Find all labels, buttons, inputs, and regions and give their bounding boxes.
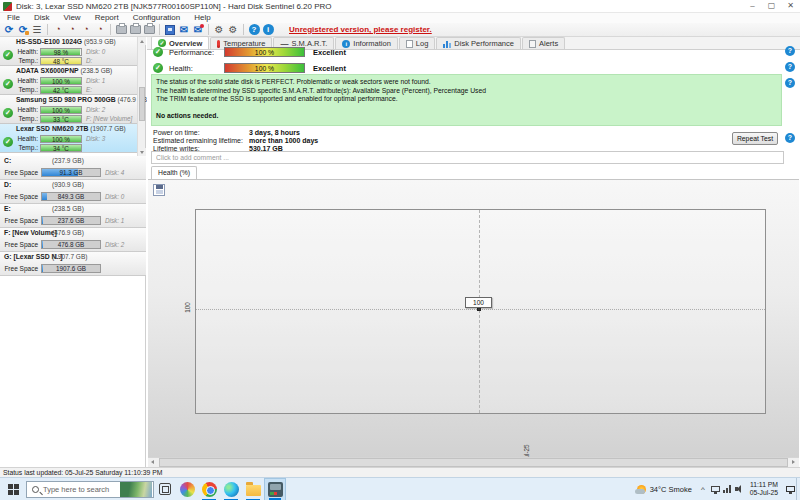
free-space-bar: 476.8 GB	[41, 240, 101, 249]
disk-item-3-selected[interactable]: Lexar SSD NM620 2TB (1907.7 GB) ✓ Health…	[0, 124, 145, 153]
no-actions-text: No actions needed.	[156, 112, 777, 121]
partition-size: (1907.7 GB)	[52, 253, 87, 260]
taskbar-weather[interactable]: 34°C Smoke	[633, 485, 696, 494]
disk-item-0[interactable]: HS-SSD-E100 1024G (953.9 GB) ✓ Health:98…	[0, 37, 145, 66]
scroll-down-icon[interactable]	[138, 148, 146, 156]
scroll-up-icon[interactable]	[138, 37, 146, 45]
partition-item-g[interactable]: G: [Lexar SSD N..] (1907.7 GB) Free Spac…	[0, 252, 146, 276]
repeat-test-button[interactable]: Repeat Test	[732, 132, 778, 145]
search-highlight-image[interactable]	[120, 482, 152, 497]
partition-name: F: [New Volume]	[4, 229, 57, 236]
detail-row-lifetime: Estimated remaining lifetime:more than 1…	[153, 137, 318, 145]
tab-disk-performance[interactable]: Disk Performance	[436, 37, 521, 49]
free-space-label: Free Space	[0, 169, 38, 176]
advanced-settings-icon[interactable]: ⚙	[226, 23, 240, 36]
scrollbar-thumb[interactable]	[159, 458, 788, 467]
taskbar-app-chrome[interactable]	[198, 478, 220, 500]
start-button[interactable]	[0, 478, 26, 500]
help-icon[interactable]: ?	[785, 46, 795, 56]
disk-item-2[interactable]: Samsung SSD 980 PRO 500GB (476.9 GB) ✓ H…	[0, 95, 145, 124]
email-alert-icon[interactable]: ✉	[191, 23, 205, 36]
partition-item-e[interactable]: E: (238.5 GB) Free Space237.6 GBDisk: 1	[0, 204, 146, 228]
notification-center-icon[interactable]	[784, 478, 796, 500]
save-chart-icon[interactable]	[153, 184, 165, 196]
windows-logo-icon	[8, 484, 19, 495]
partition-item-d[interactable]: D: (930.9 GB) Free Space849.3 GBDisk: 0	[0, 180, 146, 204]
help-icon[interactable]: ?	[785, 133, 795, 143]
menu-disk[interactable]: Disk	[27, 13, 57, 23]
gridline-vertical	[479, 210, 480, 413]
email-report-icon[interactable]: ✉	[177, 23, 191, 36]
tray-network-icon[interactable]	[722, 478, 734, 500]
status-line: The TRIM feature of the SSD is supported…	[156, 95, 777, 104]
tray-monitor-icon[interactable]	[710, 478, 722, 500]
free-space-bar: 1907.6 GB	[41, 264, 101, 273]
disk-detect-2-icon[interactable]: ◔	[65, 23, 79, 36]
menu-file[interactable]: File	[0, 13, 27, 23]
disk-name: Samsung SSD 980 PRO 500GB	[16, 96, 116, 103]
chevron-up-icon[interactable]: ^	[696, 485, 710, 494]
print-preview-icon[interactable]	[128, 23, 142, 36]
close-icon[interactable]: ✕	[781, 0, 800, 12]
taskbar-app-hdsentinel[interactable]	[264, 478, 286, 500]
maximize-icon[interactable]: ▢	[762, 0, 781, 12]
title-bar: Disk: 3, Lexar SSD NM620 2TB [NJK577R001…	[0, 0, 800, 13]
partition-name: E:	[4, 205, 11, 212]
performance-rating: Excellent	[313, 48, 346, 57]
help-icon[interactable]: ?	[785, 78, 795, 88]
comment-input[interactable]	[151, 151, 784, 164]
status-line: The health is determined by SSD specific…	[156, 87, 777, 96]
print-settings-icon[interactable]	[142, 23, 156, 36]
disk-detect-4-icon[interactable]: ◔	[93, 23, 107, 36]
disk-item-1[interactable]: ADATA SX6000PNP (238.5 GB) ✓ Health:100 …	[0, 66, 145, 95]
scroll-right-icon[interactable]	[788, 458, 799, 467]
chart-scrollbar[interactable]	[148, 457, 799, 467]
taskbar-app-photos[interactable]	[176, 478, 198, 500]
settings-gear-icon[interactable]: ⚙	[212, 23, 226, 36]
print-icon[interactable]	[114, 23, 128, 36]
partition-size: (238.5 GB)	[52, 205, 84, 212]
scroll-left-icon[interactable]	[148, 458, 159, 467]
disk-detect-1-icon[interactable]: ◔	[51, 23, 65, 36]
health-ok-icon: ✓	[3, 137, 13, 147]
minimize-icon[interactable]: –	[743, 0, 762, 12]
disk-list-scrollbar[interactable]	[137, 37, 145, 156]
disk-detect-3-icon[interactable]: ◔	[79, 23, 93, 36]
taskbar-app-explorer[interactable]	[242, 478, 264, 500]
health-row: ✓ Health: 100 % Excellent	[147, 61, 346, 75]
help-icon[interactable]: ?	[247, 23, 261, 36]
partition-list: C: (237.9 GB) Free Space91.3 GBDisk: 4 D…	[0, 156, 146, 276]
tab-log[interactable]: Log	[399, 37, 436, 49]
chart-tab-health[interactable]: Health (%)	[151, 166, 197, 179]
task-view-button[interactable]	[154, 478, 176, 500]
tray-volume-icon[interactable]	[734, 478, 746, 500]
menu-report[interactable]: Report	[88, 13, 126, 23]
disk-name: Lexar SSD NM620 2TB	[16, 125, 89, 132]
save-report-icon[interactable]	[163, 23, 177, 36]
partition-item-c[interactable]: C: (237.9 GB) Free Space91.3 GBDisk: 4	[0, 156, 146, 180]
taskbar-clock[interactable]: 11:11 PM 05-Jul-25	[746, 481, 784, 497]
temp-bar: 48 °C	[40, 57, 82, 65]
partition-item-f[interactable]: F: [New Volume] (476.9 GB) Free Space476…	[0, 228, 146, 252]
taskbar-search[interactable]: Type here to search	[26, 481, 154, 498]
rescan-disks-icon[interactable]: ⟳	[16, 23, 30, 36]
temp-label: Temp.:	[14, 57, 38, 64]
hard-disk-sentinel-icon	[268, 482, 283, 497]
unregistered-link[interactable]: Unregistered version, please register.	[289, 25, 432, 34]
tab-alerts[interactable]: Alerts	[522, 37, 565, 49]
show-desktop-button[interactable]	[796, 478, 800, 500]
disk-size: (238.5 GB)	[80, 67, 112, 74]
about-info-icon[interactable]: i	[261, 23, 275, 36]
menu-view[interactable]: View	[56, 13, 87, 23]
disk-number: Disk: 2	[105, 241, 124, 248]
scrollbar-thumb[interactable]	[139, 87, 145, 121]
menu-help[interactable]: Help	[187, 13, 217, 23]
health-bar: 98 %	[40, 48, 82, 56]
report-list-icon[interactable]: ☰	[30, 23, 44, 36]
refresh-icon[interactable]: ⟳	[2, 23, 16, 36]
menu-configuration[interactable]: Configuration	[126, 13, 188, 23]
disk-name: HS-SSD-E100 1024G	[16, 38, 82, 45]
help-icon[interactable]: ?	[785, 62, 795, 72]
toolbar-separator	[110, 24, 111, 35]
taskbar-app-edge[interactable]	[220, 478, 242, 500]
